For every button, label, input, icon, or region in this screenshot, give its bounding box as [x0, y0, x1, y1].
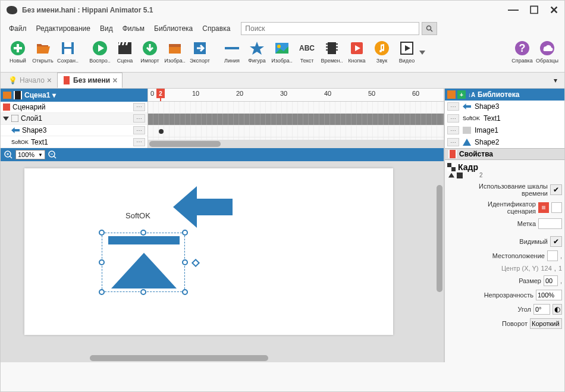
library-item-shape3[interactable]: ⋯Shape3	[445, 101, 564, 112]
label-input[interactable]	[538, 218, 562, 229]
tool-help[interactable]: ?Справка	[510, 40, 535, 64]
zoom-level[interactable]: 100%▼	[15, 150, 45, 159]
playhead[interactable]: 2	[156, 89, 165, 98]
checkbox[interactable]: ✔	[550, 236, 562, 247]
scene-header[interactable]: Сцена1 ▾	[1, 89, 147, 102]
tab-start[interactable]: 💡 Начало ×	[3, 73, 57, 88]
close-icon[interactable]: ×	[47, 76, 52, 85]
resize-handle[interactable]	[99, 259, 105, 265]
resize-handle[interactable]	[140, 230, 146, 236]
zoom-out-button[interactable]	[47, 149, 58, 160]
menu-help[interactable]: Справка	[199, 22, 234, 35]
keyframe-icon[interactable]	[159, 129, 164, 134]
more-button[interactable]: ⋯	[133, 114, 145, 123]
tool-timeline[interactable]: Времен..	[319, 40, 344, 64]
layer-layer1[interactable]: Слой1 ⋯	[1, 113, 147, 125]
horizontal-scrollbar[interactable]	[1, 354, 444, 362]
library-item-image1[interactable]: ⋯Image1	[445, 124, 564, 136]
close-button[interactable]: ✕	[550, 4, 558, 17]
rotation-input[interactable]	[530, 318, 562, 329]
canvas[interactable]: SoftOK	[1, 161, 435, 354]
position-x-input[interactable]	[547, 250, 558, 261]
tool-save[interactable]: Сохран..	[55, 40, 80, 64]
maximize-button[interactable]: ☐	[529, 4, 539, 17]
add-icon[interactable]: +	[457, 90, 466, 99]
more-button[interactable]: ⋯	[133, 138, 145, 146]
timeline-row[interactable]	[148, 114, 444, 126]
resize-handle[interactable]	[182, 259, 188, 265]
tool-import[interactable]: Импорт	[137, 40, 162, 64]
more-button[interactable]: ⋯	[447, 126, 459, 134]
timeline-scrollbar[interactable]	[148, 140, 444, 148]
expand-icon[interactable]	[3, 117, 9, 121]
tab-menu[interactable]: ▾	[554, 76, 564, 84]
library-item-text1[interactable]: ⋯SoftOKText1	[445, 112, 564, 124]
more-button[interactable]: ⋯	[133, 103, 145, 111]
menu-view[interactable]: Вид	[96, 22, 117, 35]
scrollbar-thumb[interactable]	[90, 355, 268, 361]
menu-movie[interactable]: Фильм	[119, 22, 148, 35]
tool-text[interactable]: ABCТекст	[294, 40, 319, 64]
more-button[interactable]: ⋯	[447, 114, 459, 123]
resize-handle[interactable]	[182, 289, 188, 295]
stage[interactable]: SoftOK	[24, 168, 393, 335]
tool-scene[interactable]: Сцена	[112, 40, 137, 64]
zoom-in-button[interactable]	[3, 149, 14, 160]
search-input[interactable]	[241, 22, 419, 35]
shape-arrow[interactable]	[173, 186, 233, 228]
timeline-ruler[interactable]: 0 10 20 30 40 50 60 2	[148, 89, 444, 102]
script-icon[interactable]	[538, 202, 549, 213]
shape-triangle[interactable]	[111, 253, 177, 288]
rotate-handle[interactable]	[192, 259, 200, 267]
sort-icon[interactable]: ↓A	[467, 90, 476, 99]
video-dropdown[interactable]	[419, 40, 425, 55]
resize-handle[interactable]	[140, 289, 146, 295]
scenario-id-input[interactable]	[551, 202, 562, 213]
vertical-scrollbar[interactable]	[435, 161, 444, 354]
shape-rect[interactable]	[108, 236, 180, 244]
menu-edit[interactable]: Редактирование	[33, 22, 94, 35]
svg-rect-39	[14, 91, 22, 99]
text-softok[interactable]: SoftOK	[125, 211, 150, 220]
menu-file[interactable]: Файл	[5, 22, 30, 35]
menu-library[interactable]: Библиотека	[150, 22, 196, 35]
resize-handle[interactable]	[182, 230, 188, 236]
scrollbar-thumb[interactable]	[149, 141, 221, 147]
tool-play[interactable]: Воспро..	[87, 40, 112, 64]
timeline-row[interactable]	[148, 102, 444, 114]
more-button[interactable]: ⋯	[447, 138, 459, 146]
more-button[interactable]: ⋯	[447, 102, 459, 111]
library-header: + ↓A Библиотека	[445, 89, 564, 101]
tool-picture[interactable]: Изобра..	[269, 40, 294, 64]
library-item-shape2[interactable]: ⋯Shape2	[445, 136, 564, 148]
size-input[interactable]	[544, 275, 558, 286]
resize-handle[interactable]	[99, 230, 105, 236]
tool-button[interactable]: Кнопка	[344, 40, 369, 64]
folder-icon[interactable]	[447, 90, 456, 99]
tool-video[interactable]: Видео	[394, 40, 419, 64]
tool-image[interactable]: Изобра..	[162, 40, 187, 64]
selection-box[interactable]	[102, 233, 185, 292]
tool-shape[interactable]: Фигура	[244, 40, 269, 64]
opacity-input[interactable]	[536, 290, 562, 300]
layer-text1[interactable]: SoftOK Text1 ⋯	[1, 136, 147, 148]
scrollbar-thumb[interactable]	[437, 185, 442, 292]
angle-input[interactable]	[533, 304, 550, 315]
tool-export[interactable]: Экспорт	[187, 40, 212, 64]
close-icon[interactable]: ×	[112, 76, 117, 85]
tab-untitled[interactable]: Без имени ×	[57, 73, 123, 88]
layer-scenario[interactable]: Сценарий ⋯	[1, 102, 147, 114]
search-button[interactable]	[422, 22, 437, 35]
timeline-row[interactable]	[148, 126, 444, 137]
layer-shape3[interactable]: Shape3 ⋯	[1, 125, 147, 137]
angle-picker[interactable]: ◐	[553, 304, 562, 315]
tool-sound[interactable]: Звук	[369, 40, 394, 64]
resize-handle[interactable]	[99, 289, 105, 295]
tool-new[interactable]: Новый	[5, 40, 30, 64]
tool-samples[interactable]: Образцы	[535, 40, 560, 64]
tool-line[interactable]: Линия	[219, 40, 244, 64]
more-button[interactable]: ⋯	[133, 126, 145, 134]
minimize-button[interactable]: —	[508, 4, 519, 17]
checkbox[interactable]: ✔	[550, 184, 562, 195]
tool-open[interactable]: Открыть	[30, 40, 55, 64]
